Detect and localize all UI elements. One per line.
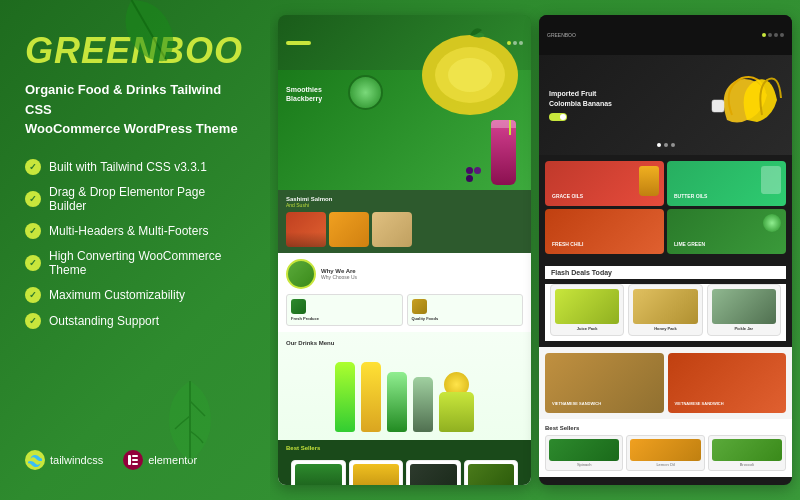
- check-icon-3: ✓: [25, 223, 41, 239]
- grid-item-2: BUTTER OILS: [667, 161, 786, 206]
- feature-item-6: ✓ Outstanding Support: [25, 313, 245, 329]
- drink-2: [361, 362, 381, 432]
- deal-label-3: Pickle Jar: [712, 326, 776, 331]
- dot-3: [671, 143, 675, 147]
- banana-visual: [707, 60, 787, 140]
- feature-label-6: Outstanding Support: [49, 314, 159, 328]
- sandwich-2: VIETNAMESE SANDWICH: [668, 353, 787, 413]
- panel1-organic-section: Why We Are Why Choose Us Fresh Produce Q…: [278, 253, 531, 332]
- feature-item-5: ✓ Maximum Customizability: [25, 287, 245, 303]
- p2-seller-img-1: [549, 439, 619, 461]
- feature-label-5: Maximum Customizability: [49, 288, 185, 302]
- deal-3: Pickle Jar: [707, 284, 781, 336]
- feature-label-2: Drag & Drop Elementor Page Builder: [49, 185, 245, 213]
- panel2-brand: GREENBOO: [547, 32, 576, 38]
- panel2-sellers-title: Best Sellers: [545, 425, 786, 431]
- p2-seller-name-1: Spinach: [549, 462, 619, 467]
- feature-label-1: Built with Tailwind CSS v3.3.1: [49, 160, 207, 174]
- deal-2: Honey Pack: [628, 284, 702, 336]
- deal-img-3: [712, 289, 776, 324]
- panel2-flash-deals: Flash Deals Today Juice Pack Honey Pack …: [539, 260, 792, 347]
- brand-tagline: Organic Food & Drinks Tailwind CSS WooCo…: [25, 80, 245, 139]
- sandwich-section: VIETNAMESE SANDWICH VIETNAMESE SANDWICH: [539, 347, 792, 419]
- check-icon-4: ✓: [25, 255, 41, 271]
- deal-img-1: [555, 289, 619, 324]
- drinks-visual: [286, 352, 523, 432]
- feature-item-4: ✓ High Converting WooCommerce Theme: [25, 249, 245, 277]
- panel1-salmon-section: Sashimi Salmon And Sushi: [278, 190, 531, 253]
- deal-label-2: Honey Pack: [633, 326, 697, 331]
- drink-3: [387, 372, 407, 432]
- p2-seller-3: Broccoli: [708, 435, 786, 471]
- feature-item-2: ✓ Drag & Drop Elementor Page Builder: [25, 185, 245, 213]
- svg-rect-2: [132, 459, 138, 461]
- p2-seller-img-2: [630, 439, 700, 461]
- tailwindcss-label: tailwindcss: [50, 454, 103, 466]
- panel2-hero: Imported Fruit Colombia Bananas: [539, 55, 792, 155]
- sandwich-1: VIETNAMESE SANDWICH: [545, 353, 664, 413]
- feature-item-3: ✓ Multi-Headers & Multi-Footers: [25, 223, 245, 239]
- deals-row: Juice Pack Honey Pack Pickle Jar: [545, 284, 786, 341]
- seller-img-1: [295, 464, 342, 485]
- p2-seller-1: Spinach: [545, 435, 623, 471]
- check-icon-1: ✓: [25, 159, 41, 175]
- sellers-row: Organic Natural Green Fresh: [286, 455, 523, 485]
- main-container: GREENBOO Organic Food & Drinks Tailwind …: [0, 0, 800, 500]
- panel1-drinks-menu: Our Drinks Menu: [278, 332, 531, 440]
- p2-seller-img-3: [712, 439, 782, 461]
- drink-1: [335, 362, 355, 432]
- drink-4: [413, 377, 433, 432]
- panel1-best-sellers: Best Sellers Organic Natural Green: [278, 440, 531, 485]
- features-list: ✓ Built with Tailwind CSS v3.3.1 ✓ Drag …: [25, 159, 245, 329]
- sellers-title: Best Sellers: [286, 445, 523, 451]
- hero-nav-dots: [657, 143, 675, 147]
- p2-seller-2: Lemon Oil: [626, 435, 704, 471]
- svg-rect-7: [712, 100, 724, 112]
- preview-panel-fruit: GREENBOO Imported Fruit Colombia Bananas: [539, 15, 792, 485]
- panel2-best-sellers: Best Sellers Spinach Lemon Oil Broccoli: [539, 419, 792, 477]
- lemon-drink-visual: [439, 372, 474, 432]
- tailwindcss-logo: tailwindcss: [25, 450, 103, 470]
- left-panel: GREENBOO Organic Food & Drinks Tailwind …: [0, 0, 270, 500]
- check-icon-2: ✓: [25, 191, 41, 207]
- dot-2: [664, 143, 668, 147]
- deal-label-1: Juice Pack: [555, 326, 619, 331]
- feature-label-3: Multi-Headers & Multi-Footers: [49, 224, 208, 238]
- seller-img-4: [468, 464, 515, 485]
- panel2-product-grid: GRACE OILS BUTTER OILS FRESH CHILI LIME …: [539, 155, 792, 260]
- seller-4: Fresh: [464, 460, 519, 485]
- leaf-decoration-bottom: [155, 376, 225, 470]
- check-icon-5: ✓: [25, 287, 41, 303]
- panel2-sellers-row: Spinach Lemon Oil Broccoli: [545, 435, 786, 471]
- dot-1: [657, 143, 661, 147]
- p2-seller-name-2: Lemon Oil: [630, 462, 700, 467]
- feature-label-4: High Converting WooCommerce Theme: [49, 249, 245, 277]
- elementor-icon: [123, 450, 143, 470]
- lemon-decoration: [420, 25, 520, 129]
- check-icon-6: ✓: [25, 313, 41, 329]
- grid-item-3: FRESH CHILI: [545, 209, 664, 254]
- seller-1: Organic: [291, 460, 346, 485]
- seller-3: Green: [406, 460, 461, 485]
- flash-deals-title: Flash Deals Today: [545, 266, 786, 279]
- seller-2: Natural: [349, 460, 404, 485]
- deal-1: Juice Pack: [550, 284, 624, 336]
- p2-seller-name-3: Broccoli: [712, 462, 782, 467]
- drinks-section-title: Our Drinks Menu: [286, 340, 523, 346]
- grid-item-4: LIME GREEN: [667, 209, 786, 254]
- seller-img-3: [410, 464, 457, 485]
- feature-item-1: ✓ Built with Tailwind CSS v3.3.1: [25, 159, 245, 175]
- preview-area: Smoothies Blackberry Sa: [270, 0, 800, 500]
- svg-point-6: [448, 58, 492, 92]
- deal-img-2: [633, 289, 697, 324]
- panel2-navbar: GREENBOO: [539, 15, 792, 55]
- grid-item-1: GRACE OILS: [545, 161, 664, 206]
- svg-rect-0: [128, 455, 131, 465]
- svg-rect-1: [132, 455, 138, 457]
- seller-img-2: [353, 464, 400, 485]
- hero-text-smoothie: Smoothies Blackberry: [286, 85, 322, 103]
- svg-rect-3: [132, 463, 138, 465]
- tailwind-icon: [25, 450, 45, 470]
- panel2-hero-text: Imported Fruit Colombia Bananas: [539, 79, 622, 132]
